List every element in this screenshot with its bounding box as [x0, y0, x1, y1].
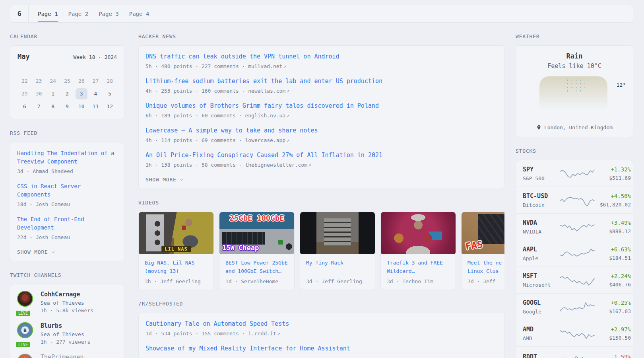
feed-item-meta-text: 4h · 253 points · 160 comments · newatla…	[145, 88, 285, 94]
video-thumbnail[interactable]: FAS	[462, 212, 504, 254]
videos-widget: VIDEOS LIL NAS Big NAS, Lil NAS (moving …	[138, 200, 504, 290]
current-temp-label: 12°	[617, 82, 626, 88]
twitch-channel-info: CohhCarnage Sea of Thieves 1h · 5.8k vie…	[41, 291, 93, 313]
video-title[interactable]: BEST Low Power 25GbE and 100GbE Switch…	[225, 259, 288, 275]
stock-price: $406.76	[595, 282, 631, 288]
stock-values: +2.24% $406.76	[595, 273, 631, 288]
page-tab[interactable]: Page 1	[38, 5, 58, 22]
stock-spark-wrap	[559, 302, 595, 313]
video-thumbnail[interactable]	[300, 212, 375, 254]
stock-sparkline	[559, 248, 595, 259]
page-tab[interactable]: Page 2	[68, 5, 89, 22]
video-thumbnail[interactable]: LIL NAS	[139, 212, 213, 254]
twitch-channel-row[interactable]: LIVE CohhCarnage Sea of Thieves 1h · 5.8…	[17, 291, 117, 313]
calendar-weekday	[89, 66, 103, 75]
live-badge: LIVE	[15, 341, 31, 348]
weather-time-axis	[523, 113, 626, 119]
external-link-icon: ↗	[283, 63, 286, 69]
stock-row[interactable]: BTC-USD Bitcoin +4.56% $61,820.02	[516, 187, 633, 214]
stock-row[interactable]: AMD AMD +2.97% $150.50	[516, 320, 633, 347]
feed-item-title[interactable]: Unique volumes of Brothers Grimm fairy t…	[145, 102, 497, 110]
hn-card: DNS traffic can leak outside the VPN tun…	[138, 45, 504, 189]
stock-name: Google	[523, 309, 559, 315]
feed-item-meta: 4h · 253 points · 160 comments · newatla…	[145, 88, 497, 94]
channel-category: Sea of Thieves	[41, 300, 93, 306]
calendar-weekday	[46, 66, 60, 75]
hn-show-more-button[interactable]: SHOW MORE	[145, 176, 497, 183]
calendar-day: 10	[74, 101, 89, 113]
feed-item-title[interactable]: An Oil Price-Fixing Conspiracy Caused 27…	[145, 151, 497, 160]
feed-item-title[interactable]: DNS traffic can leak outside the VPN tun…	[145, 53, 497, 61]
rss-show-more-button[interactable]: SHOW MORE	[17, 248, 117, 255]
thumbnail-badge: FAS	[465, 239, 483, 252]
feed-item: An Oil Price-Fixing Conspiracy Caused 27…	[145, 151, 497, 168]
page-tab[interactable]: Page 3	[99, 5, 119, 22]
stock-ticker: GOOGL	[523, 299, 559, 306]
calendar-card: May Week 18 · 2024 222324252627282930123…	[10, 45, 124, 119]
twitch-channel-row[interactable]: LIVE Blurbs Sea of Thieves 1h · 277 view…	[17, 322, 117, 345]
stock-row[interactable]: SPY S&P 500 +1.32% $511.69	[516, 160, 633, 187]
feed-item-meta-text: 3d · Ahmad Shadeed	[17, 168, 73, 174]
show-more-label: SHOW MORE	[145, 177, 177, 183]
stock-row[interactable]: AAPL Apple +6.63% $184.51	[516, 240, 633, 267]
video-title[interactable]: Big NAS, Lil NAS (moving 13)	[145, 259, 208, 275]
channel-name: CohhCarnage	[41, 291, 93, 298]
reddit-card: Cautionary Tale on Automated Speed Tests…	[138, 313, 504, 358]
feed-item-title[interactable]: Showcase of my Mixed Reality Interface f…	[145, 344, 497, 353]
stock-name: S&P 500	[523, 175, 559, 181]
stock-change: +2.97%	[595, 326, 631, 333]
weather-location: London, United Kingdom	[523, 125, 626, 130]
stock-symbol-block: RDDT	[523, 353, 559, 358]
video-title[interactable]: Traefik 3 and FREE Wildcard…	[387, 259, 450, 275]
stock-sparkline	[559, 275, 595, 286]
feed-item: Lithium-free sodium batteries exit the l…	[145, 77, 497, 94]
calendar-day: 27	[89, 75, 103, 87]
video-title[interactable]: Meet the neLinux Clus	[467, 259, 504, 275]
calendar-weekday	[103, 66, 117, 75]
video-meta: 3h · Jeff Geerling	[145, 278, 208, 284]
feed-item-title[interactable]: Lithium-free sodium batteries exit the l…	[145, 77, 497, 86]
page-tab[interactable]: Page 4	[129, 5, 149, 22]
stock-values: +1.32% $511.69	[595, 166, 631, 181]
stock-symbol-block: BTC-USD Bitcoin	[523, 193, 559, 208]
stock-row[interactable]: GOOGL Google +0.25% $167.03	[516, 294, 633, 320]
feed-item-title[interactable]: Handling The Indentation of a Treeview C…	[17, 149, 117, 166]
calendar-day: 1	[46, 88, 60, 100]
thumbnail-badge: LIL NAS	[161, 246, 191, 252]
thumbnail-badge: 15W Cheap	[222, 244, 259, 252]
external-link-icon: ↗	[286, 88, 289, 94]
calendar-day: 7	[32, 101, 46, 113]
stock-ticker: NVDA	[523, 219, 559, 226]
twitch-channel-info: ThePrimeagen	[41, 354, 83, 358]
twitch-channel-row[interactable]: ThePrimeagen	[17, 354, 117, 358]
calendar-day: 25	[60, 75, 74, 87]
feed-item-title[interactable]: The End of Front-End Development	[17, 215, 117, 232]
feed-item-title[interactable]: Lowercase – A simple way to take and sha…	[145, 126, 497, 135]
stock-price: $888.12	[595, 228, 631, 234]
stocks-widget: STOCKS SPY S&P 500 +1.32% $511.69 BTC-US…	[516, 148, 633, 358]
page-tabs: Page 1Page 2Page 3Page 4	[29, 5, 159, 22]
feed-item: Unique volumes of Brothers Grimm fairy t…	[145, 102, 497, 119]
feed-item-title[interactable]: CSS in React Server Components	[17, 182, 117, 199]
weather-bars	[523, 76, 626, 111]
stock-sparkline	[559, 302, 595, 313]
video-thumbnail[interactable]	[381, 212, 456, 254]
stock-row[interactable]: NVDA NVIDIA +3.49% $888.12	[516, 214, 633, 240]
stock-row[interactable]: RDDT -1.59%	[516, 347, 633, 358]
video-title[interactable]: My Tiny Rack	[306, 259, 369, 275]
calendar-day-grid: 222324252627282930123456789101112	[17, 75, 117, 113]
channel-avatar	[17, 291, 33, 307]
calendar-day: 23	[32, 75, 46, 87]
stock-change: +2.24%	[595, 273, 631, 279]
app-logo[interactable]: G	[10, 5, 29, 22]
stock-values: +0.25% $167.03	[595, 300, 631, 314]
stock-spark-wrap	[559, 195, 595, 206]
feed-item-title[interactable]: Cautionary Tale on Automated Speed Tests	[145, 320, 497, 328]
twitch-card: LIVE CohhCarnage Sea of Thieves 1h · 5.8…	[10, 284, 124, 358]
stock-row[interactable]: MSFT Microsoft +2.24% $406.76	[516, 267, 633, 294]
hacker-news-widget: HACKER NEWS DNS traffic can leak outside…	[138, 33, 504, 189]
video-thumbnail[interactable]: 25GbE 100GbE 15W Cheap	[219, 212, 294, 254]
right-column: WEATHER Rain Feels like 10°C 12° London,	[516, 33, 633, 358]
stock-name: Apple	[523, 255, 559, 261]
stock-values: +6.63% $184.51	[595, 246, 631, 261]
